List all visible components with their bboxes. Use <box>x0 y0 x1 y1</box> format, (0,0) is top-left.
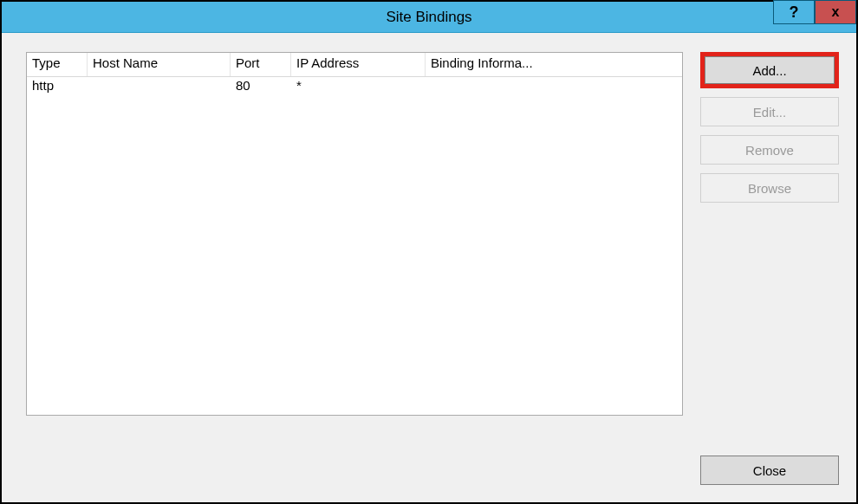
cell-port: 80 <box>231 77 291 98</box>
table-row[interactable]: http 80 * <box>27 77 682 98</box>
cell-binding <box>426 77 682 98</box>
button-column: Add... Edit... Remove Browse Close <box>700 52 839 485</box>
column-header-type[interactable]: Type <box>27 53 88 76</box>
titlebar-controls: ? x <box>773 0 856 24</box>
column-header-port[interactable]: Port <box>231 53 291 76</box>
column-header-ip[interactable]: IP Address <box>291 53 426 76</box>
add-button[interactable]: Add... <box>705 56 835 84</box>
titlebar: Site Bindings ? x <box>2 2 856 33</box>
spacer <box>700 211 839 421</box>
cell-type: http <box>27 77 88 98</box>
window-close-button[interactable]: x <box>815 0 856 24</box>
browse-button: Browse <box>700 173 839 203</box>
cell-ip: * <box>291 77 426 98</box>
column-header-binding[interactable]: Binding Informa... <box>426 53 682 76</box>
bindings-table[interactable]: Type Host Name Port IP Address Binding I… <box>26 52 683 416</box>
table-header-row: Type Host Name Port IP Address Binding I… <box>27 53 682 77</box>
close-button[interactable]: Close <box>700 456 839 485</box>
window-title: Site Bindings <box>2 2 856 33</box>
column-header-host[interactable]: Host Name <box>88 53 231 76</box>
highlight-add: Add... <box>700 52 839 88</box>
help-button[interactable]: ? <box>773 0 815 24</box>
remove-button: Remove <box>700 135 839 165</box>
table-body: http 80 * <box>27 77 682 415</box>
client-area: Type Host Name Port IP Address Binding I… <box>2 33 856 502</box>
edit-button: Edit... <box>700 97 839 126</box>
cell-host <box>88 77 231 98</box>
dialog-window: Site Bindings ? x Type Host Name Port IP… <box>0 0 858 504</box>
